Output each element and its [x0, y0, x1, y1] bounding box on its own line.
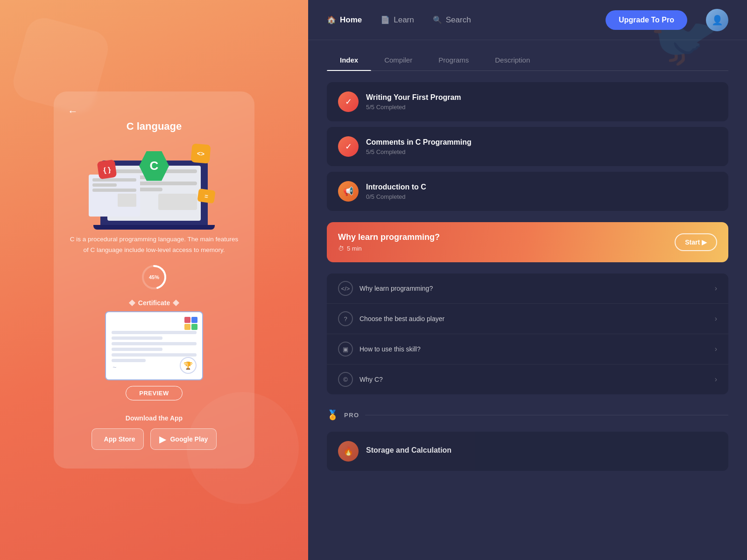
- sub-title-use-skill: How to use this skill?: [359, 345, 708, 353]
- sub-title-why-c: Why C?: [359, 376, 708, 383]
- featured-card[interactable]: Why learn programming? ⏱ 5 min Start ▶: [327, 222, 728, 262]
- copyright-icon: ©: [343, 376, 348, 383]
- google-play-button[interactable]: ▶ Google Play: [150, 428, 217, 450]
- lesson-status-writing: 5/5 Completed: [366, 104, 717, 111]
- lesson-icon-comments: ✓: [338, 136, 359, 157]
- sub-title-audio-player: Choose the best audio player: [359, 315, 708, 322]
- back-button[interactable]: ←: [68, 105, 78, 118]
- start-button[interactable]: Start ▶: [675, 233, 717, 251]
- sub-title-why-learn: Why learn programming?: [359, 285, 708, 292]
- pro-label: PRO: [344, 412, 359, 419]
- nav-home[interactable]: 🏠 Home: [327, 12, 362, 28]
- lesson-icon-storage: 🔥: [338, 441, 359, 462]
- sub-item-audio-player[interactable]: ? Choose the best audio player ›: [327, 304, 728, 334]
- book-line-1: [92, 178, 136, 182]
- course-title: C language: [68, 120, 240, 133]
- nav-search[interactable]: 🔍 Search: [433, 12, 471, 28]
- lesson-info-intro: Introduction to C 0/5 Completed: [366, 183, 717, 200]
- cert-label-row: Certificate: [130, 299, 178, 307]
- play-icon: ▶: [159, 434, 166, 445]
- back-row: ←: [68, 105, 240, 118]
- certificate-preview-card: ~ 🏆: [105, 311, 203, 380]
- nav-learn[interactable]: 📄 Learn: [381, 12, 414, 28]
- certificate-section: Certificate ~ 🏆 PREVIEW: [68, 299, 240, 400]
- lesson-item-writing[interactable]: ✓ Writing Your First Program 5/5 Complet…: [327, 82, 728, 121]
- cert-line-3: [112, 342, 197, 345]
- featured-time-label: 5 min: [347, 245, 362, 252]
- sub-item-why-c[interactable]: © Why C? ›: [327, 364, 728, 394]
- upgrade-button[interactable]: Upgrade To Pro: [606, 10, 687, 30]
- preview-button[interactable]: PREVIEW: [126, 386, 182, 400]
- course-card: ← C language: [54, 91, 254, 469]
- book-line-2: [92, 183, 117, 187]
- left-panel: ← C language: [0, 0, 308, 560]
- curly-badge: { }: [97, 159, 117, 179]
- tab-compiler[interactable]: Compiler: [371, 49, 425, 70]
- sub-item-why-learn[interactable]: </> Why learn programming? ›: [327, 273, 728, 304]
- home-icon: 🏠: [327, 15, 336, 24]
- cert-line-5: [112, 353, 197, 357]
- sub-lesson-list: </> Why learn programming? › ? Choose th…: [327, 273, 728, 394]
- app-store-label: App Store: [104, 435, 135, 443]
- cert-line-1: [112, 331, 197, 334]
- book: [89, 175, 140, 217]
- tab-index[interactable]: Index: [327, 49, 371, 70]
- chevron-right-icon-1: ›: [715, 284, 717, 293]
- cert-label: Certificate: [138, 299, 170, 307]
- avatar-icon: 👤: [712, 14, 723, 26]
- cert-signature: ~: [113, 364, 116, 371]
- lesson-list: ✓ Writing Your First Program 5/5 Complet…: [327, 82, 728, 471]
- chevron-right-icon-3: ›: [715, 345, 717, 353]
- avatar[interactable]: 👤: [706, 9, 728, 31]
- cert-color-sq-4: [191, 324, 197, 330]
- nav-learn-label: Learn: [394, 15, 414, 25]
- tab-description[interactable]: Description: [482, 49, 543, 70]
- code-brackets-icon: </>: [341, 285, 350, 292]
- app-store-button[interactable]: App Store: [92, 428, 144, 450]
- megaphone-icon: 📢: [343, 186, 353, 196]
- lesson-item-intro[interactable]: 📢 Introduction to C 0/5 Completed: [327, 172, 728, 211]
- course-illustration: C <> { } =: [89, 142, 219, 226]
- cert-diamond-left: [129, 300, 135, 306]
- lesson-title-intro: Introduction to C: [366, 183, 717, 191]
- search-icon: 🔍: [433, 15, 442, 24]
- laptop-base: [93, 225, 215, 230]
- course-description: C is a procedural programming language. …: [68, 234, 240, 256]
- chevron-right-icon-4: ›: [715, 375, 717, 384]
- lesson-status-intro: 0/5 Completed: [366, 193, 717, 200]
- progress-label: 45%: [149, 274, 159, 280]
- screen-image-box: [158, 194, 197, 210]
- sub-item-use-skill[interactable]: ▣ How to use this skill? ›: [327, 334, 728, 364]
- question-icon: ?: [344, 315, 347, 322]
- book-image-box: [118, 194, 136, 207]
- cert-color-badge: [184, 317, 197, 330]
- lesson-title-comments: Comments in C Programming: [366, 138, 717, 147]
- nav-search-label: Search: [446, 15, 471, 25]
- pro-trophy-icon: 🏅: [327, 409, 338, 420]
- sub-icon-use-skill: ▣: [338, 342, 353, 357]
- tab-programs[interactable]: Programs: [425, 49, 482, 70]
- lesson-item-storage[interactable]: 🔥 Storage and Calculation: [327, 432, 728, 471]
- pro-line: [365, 415, 728, 415]
- google-play-label: Google Play: [170, 435, 208, 443]
- cert-line-6: [112, 359, 146, 362]
- featured-time: ⏱ 5 min: [338, 245, 440, 252]
- progress-circle: 45%: [141, 264, 168, 291]
- sub-icon-audio-player: ?: [338, 311, 353, 326]
- lesson-info-comments: Comments in C Programming 5/5 Completed: [366, 138, 717, 155]
- featured-info: Why learn programming? ⏱ 5 min: [338, 232, 440, 252]
- lesson-icon-writing: ✓: [338, 91, 359, 112]
- chevron-right-icon-2: ›: [715, 315, 717, 323]
- featured-title: Why learn programming?: [338, 232, 440, 242]
- pro-divider: 🏅 PRO: [327, 400, 728, 426]
- nav-home-label: Home: [340, 15, 362, 25]
- navbar: 🏠 Home 📄 Learn 🔍 Search Upgrade To Pro 👤: [308, 0, 747, 40]
- cert-color-sq-2: [191, 317, 197, 323]
- lesson-title-storage: Storage and Calculation: [366, 446, 717, 455]
- cert-diamond-right: [173, 300, 179, 306]
- check-icon-2: ✓: [345, 141, 352, 152]
- lesson-item-comments[interactable]: ✓ Comments in C Programming 5/5 Complete…: [327, 127, 728, 166]
- right-panel: 🐦 🏠 Home 📄 Learn 🔍 Search Upgrade To Pro…: [308, 0, 747, 560]
- lesson-icon-intro: 📢: [338, 181, 359, 202]
- lesson-status-comments: 5/5 Completed: [366, 148, 717, 155]
